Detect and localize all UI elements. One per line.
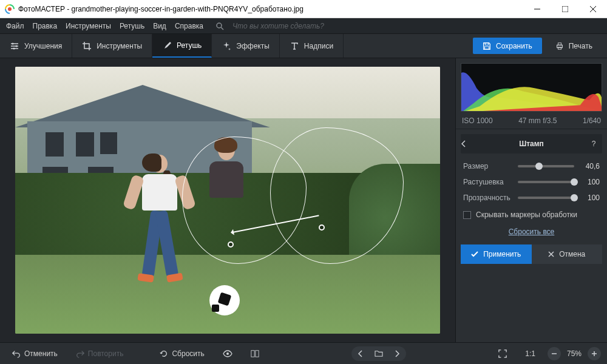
undo-icon: [12, 349, 21, 358]
window-titlebar: ФотоМАСТЕР - grandmother-playing-soccer-…: [0, 0, 607, 18]
svg-rect-3: [562, 6, 568, 12]
opacity-value: 100: [579, 194, 600, 202]
tab-text-label: Надписи: [304, 42, 333, 50]
tab-tools[interactable]: Инструменты: [72, 34, 152, 58]
tab-text[interactable]: Надписи: [280, 34, 344, 58]
close-icon: [548, 251, 554, 257]
check-icon: [471, 251, 478, 258]
chevron-right-icon: [395, 350, 399, 357]
size-control: Размер 40,6: [456, 158, 607, 174]
open-file-button[interactable]: [370, 346, 388, 361]
minus-icon: [551, 351, 557, 357]
plus-icon: [591, 351, 597, 357]
preview-toggle-button[interactable]: [217, 347, 239, 360]
feather-slider[interactable]: [518, 181, 574, 183]
redo-button[interactable]: Повторить: [70, 347, 130, 360]
reset-all-link[interactable]: Сбросить все: [456, 224, 607, 240]
hide-markers-checkbox[interactable]: Скрывать маркеры обработки: [456, 206, 607, 224]
chevron-left-icon: [461, 140, 467, 147]
main-toolbar: Улучшения Инструменты Ретушь Эффекты Над…: [0, 34, 607, 58]
chevron-left-icon: [358, 350, 363, 357]
ratio-label: 1:1: [525, 349, 535, 358]
exif-iso: ISO 1000: [462, 116, 493, 125]
window-minimize-button[interactable]: [523, 0, 551, 18]
panel-title: Штамп: [478, 140, 585, 148]
panel-back-button[interactable]: [461, 140, 478, 147]
histogram[interactable]: [461, 63, 602, 112]
zoom-value: 75%: [567, 349, 582, 358]
print-icon: [555, 42, 564, 50]
menu-edit[interactable]: Правка: [33, 22, 58, 30]
search-input[interactable]: Что вы хотите сделать?: [232, 22, 324, 30]
opacity-label: Прозрачность: [463, 194, 513, 202]
edited-photo: [15, 67, 440, 334]
cancel-button-label: Отмена: [559, 250, 585, 258]
right-panel: ISO 1000 47 mm f/3.5 1/640 Штамп ? Разме…: [455, 58, 607, 342]
svg-point-16: [226, 352, 229, 355]
feather-value: 100: [579, 178, 600, 186]
menu-retouch[interactable]: Ретушь: [120, 22, 144, 30]
save-button-label: Сохранить: [496, 42, 532, 50]
search-icon: [215, 22, 224, 30]
svg-point-9: [16, 45, 18, 47]
menu-bar: Файл Правка Инструменты Ретушь Вид Справ…: [0, 18, 607, 34]
exif-shutter: 1/640: [583, 116, 601, 125]
actual-size-button[interactable]: 1:1: [519, 347, 541, 360]
undo-label: Отменить: [24, 349, 58, 358]
crop-icon: [82, 41, 92, 51]
menu-file[interactable]: Файл: [6, 22, 24, 30]
undo-button[interactable]: Отменить: [6, 347, 64, 360]
svg-point-6: [217, 23, 222, 28]
tab-effects-label: Эффекты: [236, 42, 270, 50]
compare-button[interactable]: [245, 347, 265, 360]
menu-tools[interactable]: Инструменты: [66, 22, 111, 30]
sliders-icon: [10, 41, 19, 51]
exif-readout: ISO 1000 47 mm f/3.5 1/640: [456, 116, 607, 129]
eye-icon: [223, 349, 232, 358]
window-maximize-button[interactable]: [551, 0, 579, 18]
menu-view[interactable]: Вид: [153, 22, 166, 30]
size-value: 40,6: [579, 162, 600, 170]
size-slider[interactable]: [518, 165, 574, 167]
redo-label: Повторить: [88, 349, 124, 358]
cancel-button[interactable]: Отмена: [532, 244, 603, 264]
checkbox-icon: [463, 211, 471, 219]
file-nav-group: [351, 346, 406, 361]
opacity-control: Прозрачность 100: [456, 190, 607, 206]
size-label: Размер: [463, 162, 513, 170]
panel-help-button[interactable]: ?: [585, 140, 602, 148]
zoom-in-button[interactable]: [588, 347, 601, 360]
footer-bar: Отменить Повторить Сбросить 1:1 75%: [0, 342, 607, 364]
svg-point-1: [8, 7, 12, 11]
sparkle-icon: [222, 41, 231, 51]
exif-lens: 47 mm f/3.5: [518, 116, 557, 125]
opacity-slider[interactable]: [518, 197, 574, 199]
app-logo-icon: [5, 4, 15, 14]
tab-tools-label: Инструменты: [97, 42, 142, 50]
zoom-out-button[interactable]: [548, 347, 561, 360]
save-icon: [483, 42, 491, 50]
print-button[interactable]: Печать: [546, 38, 602, 54]
tab-effects[interactable]: Эффекты: [212, 34, 280, 58]
feather-label: Растушевка: [463, 178, 513, 186]
hide-markers-label: Скрывать маркеры обработки: [476, 211, 577, 219]
save-button[interactable]: Сохранить: [473, 38, 542, 54]
text-icon: [290, 41, 299, 51]
fit-screen-button[interactable]: [492, 347, 513, 360]
prev-file-button[interactable]: [351, 346, 370, 361]
tab-enhance-label: Улучшения: [24, 42, 62, 50]
image-canvas[interactable]: [0, 58, 455, 342]
svg-rect-17: [251, 350, 254, 357]
print-button-label: Печать: [569, 42, 592, 50]
tab-retouch[interactable]: Ретушь: [152, 34, 212, 58]
tab-enhance[interactable]: Улучшения: [0, 34, 72, 58]
svg-point-8: [12, 42, 14, 44]
brush-icon: [162, 41, 172, 50]
window-close-button[interactable]: [579, 0, 607, 18]
next-file-button[interactable]: [388, 346, 406, 361]
menu-help[interactable]: Справка: [175, 22, 203, 30]
apply-button-label: Применить: [483, 250, 521, 258]
apply-button[interactable]: Применить: [461, 244, 532, 264]
reset-button[interactable]: Сбросить: [154, 347, 210, 360]
reset-label: Сбросить: [172, 349, 204, 358]
